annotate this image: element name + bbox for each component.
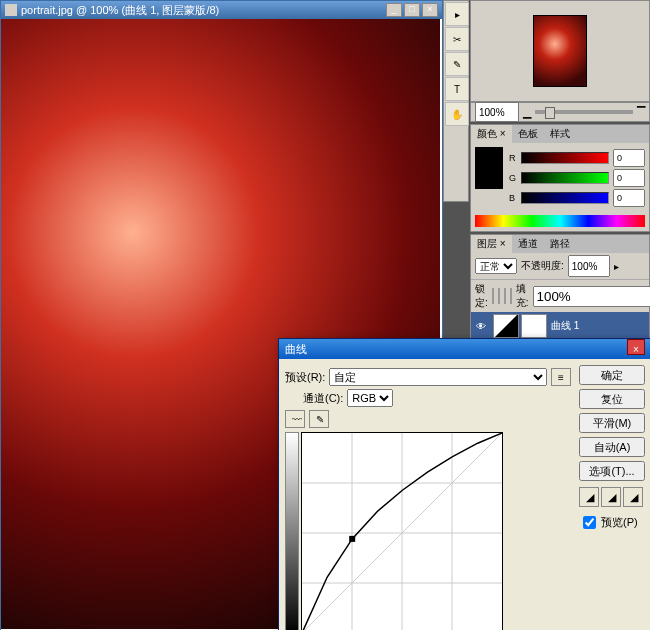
curves-graph[interactable] <box>301 432 503 630</box>
preset-label: 预设(R): <box>285 370 325 385</box>
b-slider[interactable] <box>521 192 609 204</box>
tab-styles[interactable]: 样式 <box>544 125 576 143</box>
ok-button[interactable]: 确定 <box>579 365 645 385</box>
preset-menu-icon[interactable]: ≡ <box>551 368 571 386</box>
maximize-button[interactable]: □ <box>404 3 420 17</box>
lock-position-icon[interactable] <box>504 288 506 304</box>
brush-tool-icon[interactable]: ✎ <box>445 52 469 76</box>
dialog-title: 曲线 <box>285 339 307 359</box>
zoom-input[interactable] <box>475 102 519 122</box>
fill-input[interactable] <box>533 286 650 307</box>
lock-all-icon[interactable] <box>510 288 512 304</box>
tab-layers[interactable]: 图层 × <box>471 235 512 253</box>
tool-column: ▸ ✂ ✎ T ✋ <box>443 0 469 202</box>
tab-channels[interactable]: 通道 <box>512 235 544 253</box>
g-input[interactable] <box>613 169 645 187</box>
eyedropper-gray-icon[interactable]: ◢ <box>601 487 621 507</box>
b-input[interactable] <box>613 189 645 207</box>
hand-tool-icon[interactable]: ✋ <box>445 102 469 126</box>
pointer-tool-icon[interactable]: ▸ <box>445 2 469 26</box>
g-slider[interactable] <box>521 172 609 184</box>
b-label: B <box>509 193 517 203</box>
zoom-in-icon[interactable]: ▔ <box>637 106 645 119</box>
lock-transparent-icon[interactable] <box>492 288 494 304</box>
fill-label: 填充: <box>516 282 529 310</box>
opacity-label: 不透明度: <box>521 259 564 273</box>
close-icon[interactable]: × <box>627 339 645 355</box>
foreground-swatch[interactable] <box>475 147 503 189</box>
navigator-thumbnail[interactable] <box>533 15 587 87</box>
chevron-right-icon[interactable]: ▸ <box>614 261 619 272</box>
preset-select[interactable]: 自定 <box>329 368 547 386</box>
smooth-button[interactable]: 平滑(M) <box>579 413 645 433</box>
spectrum-bar[interactable] <box>475 215 645 227</box>
svg-rect-7 <box>349 536 355 542</box>
lock-label: 锁定: <box>475 282 488 310</box>
cancel-button[interactable]: 复位 <box>579 389 645 409</box>
minimize-button[interactable]: _ <box>386 3 402 17</box>
r-label: R <box>509 153 517 163</box>
preview-checkbox[interactable]: 预览(P) <box>579 513 645 532</box>
tab-swatches[interactable]: 色板 <box>512 125 544 143</box>
g-label: G <box>509 173 517 183</box>
options-button[interactable]: 选项(T)... <box>579 461 645 481</box>
blend-mode-select[interactable]: 正常 <box>475 258 517 274</box>
close-button[interactable]: × <box>422 3 438 17</box>
output-gradient <box>285 432 299 630</box>
eyedropper-white-icon[interactable]: ◢ <box>623 487 643 507</box>
visibility-icon[interactable]: 👁 <box>471 321 491 332</box>
curve-tool-icon[interactable]: 〰 <box>285 410 305 428</box>
document-title: portrait.jpg @ 100% (曲线 1, 图层蒙版/8) <box>21 1 219 19</box>
r-input[interactable] <box>613 149 645 167</box>
pencil-tool-icon[interactable]: ✎ <box>309 410 329 428</box>
file-icon <box>5 4 17 16</box>
r-slider[interactable] <box>521 152 609 164</box>
document-titlebar[interactable]: portrait.jpg @ 100% (曲线 1, 图层蒙版/8) _ □ × <box>1 1 442 19</box>
dialog-titlebar[interactable]: 曲线 × <box>279 339 650 359</box>
color-panel-tabs: 颜色 × 色板 样式 <box>471 125 649 143</box>
navigator-panel <box>470 0 650 102</box>
layer-name: 曲线 1 <box>551 319 579 333</box>
tab-paths[interactable]: 路径 <box>544 235 576 253</box>
crop-tool-icon[interactable]: ✂ <box>445 27 469 51</box>
text-tool-icon[interactable]: T <box>445 77 469 101</box>
zoom-slider[interactable] <box>535 110 633 114</box>
channel-select[interactable]: RGB <box>347 389 393 407</box>
layer-row[interactable]: 👁 曲线 1 <box>471 312 649 341</box>
zoom-out-icon[interactable]: ▁ <box>523 106 531 119</box>
lock-pixels-icon[interactable] <box>498 288 500 304</box>
channel-label: 通道(C): <box>303 391 343 406</box>
auto-button[interactable]: 自动(A) <box>579 437 645 457</box>
layer-thumbnail[interactable] <box>493 314 519 338</box>
layers-panel-tabs: 图层 × 通道 路径 <box>471 235 649 253</box>
curves-dialog: 曲线 × 预设(R): 自定 ≡ 通道(C): RGB 〰 ✎ <box>278 338 650 630</box>
eyedropper-black-icon[interactable]: ◢ <box>579 487 599 507</box>
layer-mask-thumbnail[interactable] <box>521 314 547 338</box>
opacity-input[interactable] <box>568 255 610 277</box>
tab-color[interactable]: 颜色 × <box>471 125 512 143</box>
